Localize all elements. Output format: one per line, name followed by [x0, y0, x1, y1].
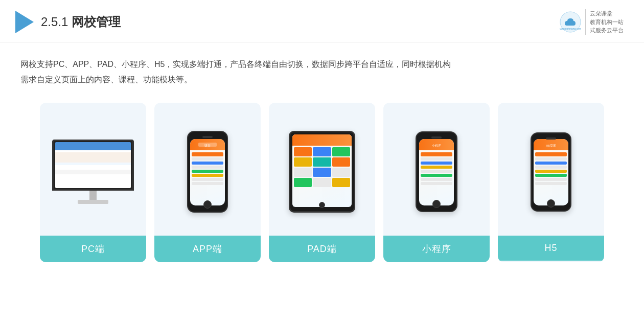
card-pc: PC端: [40, 103, 146, 262]
h5-screen-body: [534, 150, 568, 187]
brand-tagline-1: 教育机构一站: [590, 18, 624, 27]
mini-screen-body: [419, 150, 454, 187]
mini-row-1: [421, 152, 452, 156]
pad-cell-1: [294, 147, 312, 156]
pad-cell-2: [313, 147, 331, 156]
app-screen-body: [190, 150, 225, 187]
pad-cell-11: [313, 178, 331, 187]
h5-row-7: [535, 178, 567, 181]
h5-phone-icon: H5页面: [531, 132, 571, 212]
h5-row-3: [535, 162, 567, 165]
logo-triangle-icon: [15, 11, 34, 33]
section-number: 2.5.1: [41, 15, 68, 29]
brand-logo: yunduoketang.com 云朵课堂 教育机构一站 式服务云平台: [560, 9, 624, 35]
pad-cell-9: [332, 168, 350, 177]
card-h5: H5页面: [498, 103, 604, 262]
section-title: 网校管理: [72, 15, 121, 29]
mini-row-5: [421, 170, 452, 173]
app-label: APP端: [154, 236, 261, 262]
app-row-7: [192, 178, 223, 181]
app-row-8: [192, 182, 223, 185]
mini-phone-icon: 小程序: [416, 131, 457, 212]
card-pad: PAD端: [269, 103, 375, 262]
app-row-2: [192, 157, 223, 160]
h5-row-4: [535, 166, 567, 169]
svg-text:课堂: 课堂: [204, 144, 211, 147]
pc-monitor-icon: [52, 140, 134, 204]
pad-label: PAD端: [269, 236, 375, 262]
mini-row-8: [421, 182, 452, 185]
page-title: 2.5.1 网校管理: [41, 14, 121, 30]
brand-name: 云朵课堂: [590, 9, 624, 18]
brand-tagline-2: 式服务云平台: [590, 26, 624, 35]
mini-screen-logo: 小程序: [426, 141, 447, 148]
pad-cell-6: [332, 157, 350, 167]
mini-row-2: [421, 157, 452, 160]
pad-cell-10: [294, 178, 312, 187]
app-row-3: [192, 162, 223, 165]
h5-row-5: [535, 170, 567, 173]
card-app: 课堂: [154, 103, 261, 262]
mini-row-3: [421, 162, 452, 165]
h5-row-1: [535, 152, 567, 156]
brand-cloud-icon: yunduoketang.com: [560, 11, 581, 33]
page-container: 2.5.1 网校管理 yunduoketang.com 云朵课堂 教育机构一站 …: [0, 0, 644, 322]
monitor-screen-content: [55, 142, 131, 188]
mini-row-6: [421, 174, 452, 177]
h5-row-8: [535, 182, 567, 185]
pad-tablet-icon: [289, 131, 355, 213]
pad-tablet-screen: [292, 134, 352, 207]
mini-phone-screen: 小程序: [419, 139, 454, 205]
pc-label: PC端: [40, 236, 146, 262]
header: 2.5.1 网校管理 yunduoketang.com 云朵课堂 教育机构一站 …: [0, 0, 644, 42]
app-row-5: [192, 170, 223, 173]
app-screen-top: 课堂: [190, 139, 225, 150]
pad-cell-7: [294, 168, 312, 177]
app-row-4: [192, 166, 223, 169]
h5-label: H5: [498, 236, 604, 261]
pad-cell-8: [313, 168, 331, 177]
header-left: 2.5.1 网校管理: [15, 11, 121, 33]
mini-image-area: 小程序: [383, 103, 490, 236]
mini-row-7: [421, 178, 452, 181]
svg-text:yunduoketang.com: yunduoketang.com: [560, 27, 581, 30]
svg-text:小程序: 小程序: [432, 144, 441, 147]
mini-screen-top: 小程序: [419, 139, 454, 150]
pad-cell-12: [332, 178, 350, 187]
monitor-screen: [55, 142, 131, 188]
app-phone-screen: 课堂: [190, 139, 225, 205]
monitor-body: [52, 140, 134, 191]
pad-cell-5: [313, 157, 331, 167]
h5-row-2: [535, 157, 567, 160]
mini-row-4: [421, 166, 452, 169]
app-screen-logo: 课堂: [197, 141, 218, 148]
h5-screen-top: H5页面: [534, 139, 568, 150]
header-right: yunduoketang.com 云朵课堂 教育机构一站 式服务云平台: [560, 9, 624, 35]
h5-image-area: H5页面: [498, 103, 604, 236]
description-line1: 网校支持PC、APP、PAD、小程序、H5，实现多端打通，产品各终端自由切换，数…: [20, 57, 624, 72]
cards-section: PC端 课堂: [0, 93, 644, 272]
svg-text:H5页面: H5页面: [546, 144, 556, 147]
pad-image-area: [269, 103, 375, 236]
pad-cell-4: [294, 157, 312, 167]
app-image-area: 课堂: [154, 103, 261, 236]
app-row-6: [192, 174, 223, 177]
description-line2: 需求自定义页面上的内容、课程、功能模块等。: [20, 72, 624, 87]
brand-text: 云朵课堂 教育机构一站 式服务云平台: [585, 9, 624, 35]
h5-phone-screen: H5页面: [534, 139, 568, 205]
pad-cell-3: [332, 147, 350, 156]
h5-screen-logo: H5页面: [541, 141, 561, 148]
mini-label: 小程序: [383, 236, 490, 262]
pc-image-area: [40, 103, 146, 236]
monitor-neck: [89, 191, 97, 200]
app-row-1: [192, 152, 223, 156]
h5-row-6: [535, 174, 567, 177]
pad-screen-top: [292, 134, 352, 146]
pad-screen-grid: [292, 146, 352, 189]
description-block: 网校支持PC、APP、PAD、小程序、H5，实现多端打通，产品各终端自由切换，数…: [0, 42, 644, 93]
app-phone-icon: 课堂: [187, 131, 228, 213]
card-miniprogram: 小程序: [383, 103, 490, 262]
monitor-stand: [78, 200, 108, 204]
